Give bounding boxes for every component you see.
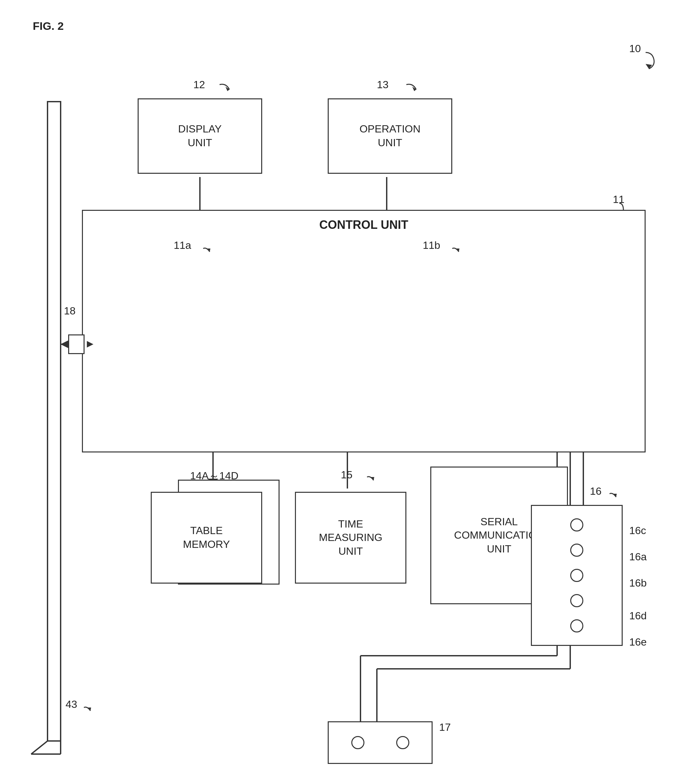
ref-14: 14A～14D	[190, 469, 238, 483]
ref-12-arrow	[216, 81, 236, 101]
ref-15-arrow	[364, 474, 380, 490]
svg-rect-0	[48, 102, 61, 741]
ref-13-arrow	[403, 81, 423, 101]
diagram: FIG. 2 10 11 DISPLAY UNIT 12 OPERATION U…	[0, 0, 700, 779]
connector-17b	[396, 736, 409, 749]
ref-16d-label: 16d	[629, 610, 647, 622]
svg-marker-26	[646, 64, 652, 69]
ref-16a-label: 16a	[629, 551, 647, 563]
fig-label: FIG. 2	[33, 20, 63, 32]
svg-marker-34	[613, 494, 617, 497]
svg-line-1	[31, 741, 48, 754]
ref-15: 15	[341, 469, 353, 481]
svg-marker-30	[455, 249, 460, 252]
ref-11a: 11a	[174, 239, 191, 252]
svg-marker-29	[207, 249, 210, 252]
svg-marker-32	[87, 341, 93, 347]
ref-10-arrow	[616, 49, 655, 75]
ref-16c-label: 16c	[629, 525, 646, 537]
control-unit-label: CONTROL UNIT	[319, 217, 408, 233]
table-memory-label: TABLE MEMORY	[183, 524, 230, 551]
connector-arrow-left	[61, 338, 70, 351]
connector-18-box	[68, 334, 85, 354]
control-unit-box: CONTROL UNIT HOST IF SERIAL COMMUNICATIO…	[82, 210, 646, 452]
display-unit-label: DISPLAY UNIT	[178, 122, 222, 150]
connector-16b	[570, 569, 583, 582]
ref-16-arrow	[606, 490, 626, 507]
connector-16d	[570, 594, 583, 607]
ref-11a-arrow	[200, 245, 220, 262]
operation-unit-label: OPERATION UNIT	[360, 122, 420, 150]
table-memory-box: TABLE MEMORY	[151, 492, 262, 584]
connector-group-16-box	[531, 505, 623, 646]
ref-12: 12	[193, 79, 205, 91]
svg-marker-35	[87, 707, 91, 711]
svg-marker-33	[370, 477, 374, 480]
connector-16e	[570, 619, 583, 632]
display-unit-box: DISPLAY UNIT	[138, 98, 262, 174]
component-17-box	[328, 721, 433, 764]
ref-11b: 11b	[423, 239, 440, 252]
ref-17: 17	[439, 721, 451, 734]
ref-13: 13	[377, 79, 389, 91]
ref-43: 43	[65, 698, 77, 711]
connector-16c	[570, 518, 583, 532]
connector-arrow-right	[83, 338, 93, 351]
operation-unit-box: OPERATION UNIT	[328, 98, 452, 174]
ref-11b-arrow	[449, 245, 468, 262]
ref-16b-label: 16b	[629, 577, 647, 589]
time-measuring-label: TIME MEASURING UNIT	[319, 517, 382, 558]
ref-43-arrow	[81, 704, 100, 721]
connector-17a	[351, 736, 364, 749]
connector-16a	[570, 544, 583, 557]
time-measuring-box: TIME MEASURING UNIT	[295, 492, 407, 584]
ref-16: 16	[590, 485, 602, 497]
svg-marker-31	[61, 341, 67, 347]
ref-18: 18	[64, 305, 76, 317]
ref-16e-label: 16e	[629, 636, 647, 648]
